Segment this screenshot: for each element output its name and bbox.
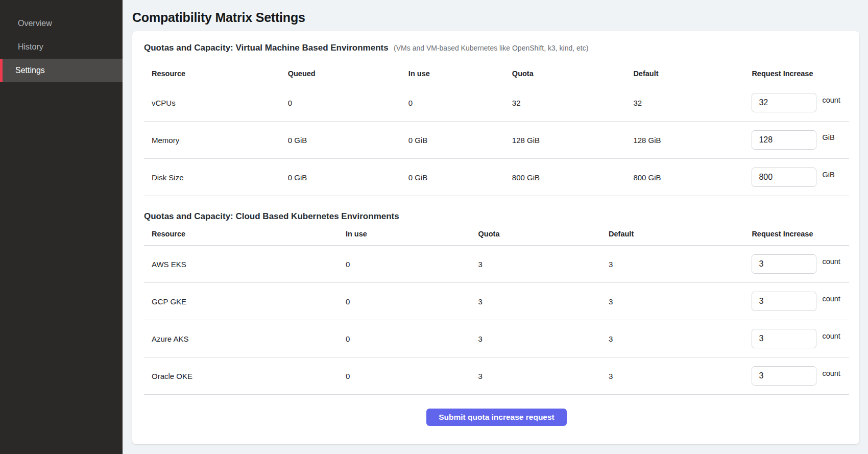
column-header-default: Default	[633, 69, 752, 78]
table-row-oracle-oke: Oracle OKE 0 3 3 count	[144, 357, 849, 395]
queued-value: 0	[288, 99, 408, 107]
page-title: Compatibility Matrix Settings	[132, 10, 859, 25]
main-content: Compatibility Matrix Settings Quotas and…	[123, 0, 868, 454]
app-root: Overview History Settings Compatibility …	[0, 0, 868, 454]
resource-name: Memory	[144, 136, 288, 145]
unit-label: GiB	[822, 171, 834, 179]
column-header-request-increase: Request Increase	[752, 69, 849, 78]
request-increase-input-disk-size[interactable]	[752, 168, 816, 187]
unit-label: count	[822, 369, 840, 377]
request-increase-cell: count	[752, 254, 849, 274]
cloud-section-header: Quotas and Capacity: Cloud Based Kuberne…	[144, 196, 849, 223]
column-header-quota: Quota	[478, 230, 609, 238]
quota-value: 128 GiB	[512, 136, 634, 145]
resource-name: GCP GKE	[144, 297, 346, 306]
request-increase-cell: count	[752, 366, 849, 386]
default-value: 800 GiB	[633, 173, 752, 182]
default-value: 3	[609, 372, 752, 380]
column-header-queued: Queued	[288, 69, 408, 78]
default-value: 3	[609, 260, 752, 269]
request-increase-cell: GiB	[752, 168, 849, 187]
table-row-aws-eks: AWS EKS 0 3 3 count	[144, 246, 849, 283]
resource-name: vCPUs	[144, 99, 288, 107]
default-value: 128 GiB	[633, 136, 752, 145]
request-increase-input-gcp-gke[interactable]	[752, 292, 816, 311]
request-increase-cell: count	[752, 329, 849, 348]
in-use-value: 0	[346, 372, 478, 380]
sidebar: Overview History Settings	[0, 0, 123, 454]
queued-value: 0 GiB	[288, 173, 408, 182]
table-row-vcpus: vCPUs 0 0 32 32 count	[144, 84, 849, 122]
resource-name: Oracle OKE	[144, 372, 346, 380]
unit-label: GiB	[822, 133, 834, 141]
cloud-quota-section: Quotas and Capacity: Cloud Based Kuberne…	[144, 196, 849, 395]
card-footer: Submit quota increase request	[144, 395, 849, 436]
column-header-resource: Resource	[144, 230, 346, 238]
in-use-value: 0	[346, 334, 478, 343]
request-increase-input-oracle-oke[interactable]	[752, 366, 816, 386]
quota-value: 32	[512, 99, 634, 107]
in-use-value: 0	[408, 99, 512, 107]
unit-label: count	[822, 257, 840, 266]
request-increase-cell: count	[752, 93, 849, 112]
default-value: 3	[609, 297, 752, 306]
resource-name: AWS EKS	[144, 260, 346, 269]
column-header-resource: Resource	[144, 69, 288, 78]
quota-value: 3	[478, 297, 609, 306]
sidebar-item-label: History	[18, 42, 43, 52]
cloud-section-title: Quotas and Capacity: Cloud Based Kuberne…	[144, 211, 399, 221]
sidebar-item-overview[interactable]: Overview	[0, 12, 123, 35]
quota-value: 800 GiB	[512, 173, 634, 182]
in-use-value: 0	[346, 297, 478, 306]
default-value: 32	[633, 99, 752, 107]
table-row-memory: Memory 0 GiB 0 GiB 128 GiB 128 GiB GiB	[144, 122, 849, 159]
cloud-table-header: Resource In use Quota Default Request In…	[144, 223, 849, 246]
resource-name: Disk Size	[144, 173, 288, 182]
table-row-azure-aks: Azure AKS 0 3 3 count	[144, 320, 849, 357]
sidebar-item-settings[interactable]: Settings	[0, 59, 123, 82]
table-row-disk-size: Disk Size 0 GiB 0 GiB 800 GiB 800 GiB Gi…	[144, 159, 849, 196]
unit-label: count	[822, 332, 840, 340]
vm-section-subtitle: (VMs and VM-based Kubernetes like OpenSh…	[394, 44, 588, 52]
in-use-value: 0 GiB	[408, 173, 512, 182]
default-value: 3	[609, 334, 752, 343]
in-use-value: 0 GiB	[408, 136, 512, 145]
request-increase-input-aws-eks[interactable]	[752, 254, 816, 274]
table-row-gcp-gke: GCP GKE 0 3 3 count	[144, 283, 849, 320]
column-header-in-use: In use	[346, 230, 478, 238]
column-header-quota: Quota	[512, 69, 634, 78]
request-increase-input-memory[interactable]	[752, 130, 816, 150]
submit-quota-increase-button[interactable]: Submit quota increase request	[426, 409, 567, 426]
unit-label: count	[822, 295, 840, 303]
column-header-request-increase: Request Increase	[752, 230, 849, 238]
unit-label: count	[822, 96, 840, 104]
column-header-default: Default	[609, 230, 752, 238]
in-use-value: 0	[346, 260, 478, 269]
request-increase-cell: GiB	[752, 130, 849, 150]
sidebar-item-label: Overview	[18, 19, 52, 28]
sidebar-item-history[interactable]: History	[0, 35, 123, 59]
resource-name: Azure AKS	[144, 334, 346, 343]
request-increase-input-vcpus[interactable]	[752, 93, 816, 112]
quota-value: 3	[478, 334, 609, 343]
queued-value: 0 GiB	[288, 136, 408, 145]
settings-card: Quotas and Capacity: Virtual Machine Bas…	[132, 31, 859, 444]
request-increase-input-azure-aks[interactable]	[752, 329, 816, 348]
vm-section-header: Quotas and Capacity: Virtual Machine Bas…	[144, 31, 849, 54]
quota-value: 3	[478, 372, 609, 380]
vm-table-header: Resource Queued In use Quota Default Req…	[144, 54, 849, 84]
sidebar-item-label: Settings	[15, 66, 45, 75]
vm-section-title: Quotas and Capacity: Virtual Machine Bas…	[144, 43, 389, 53]
request-increase-cell: count	[752, 292, 849, 311]
vm-quota-section: Quotas and Capacity: Virtual Machine Bas…	[144, 31, 849, 196]
quota-value: 3	[478, 260, 609, 269]
column-header-in-use: In use	[408, 69, 512, 78]
